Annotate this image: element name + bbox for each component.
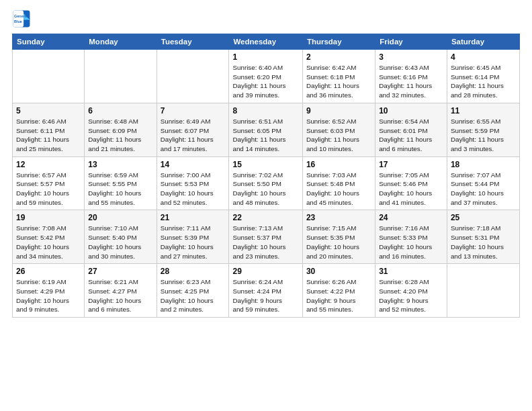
day-number: 18 [451, 160, 516, 169]
day-number: 26 [16, 267, 81, 276]
day-number: 4 [451, 52, 516, 62]
day-info: Sunrise: 6:51 AM Sunset: 6:05 PM Dayligh… [232, 117, 298, 154]
day-number: 8 [232, 106, 298, 116]
header: General Blue [12, 9, 520, 28]
day-info: Sunrise: 6:24 AM Sunset: 4:24 PM Dayligh… [232, 277, 298, 314]
weekday-header-row: SundayMondayTuesdayWednesdayThursdayFrid… [13, 34, 520, 50]
day-info: Sunrise: 6:59 AM Sunset: 5:55 PM Dayligh… [88, 171, 152, 208]
logo: General Blue [12, 9, 35, 28]
day-info: Sunrise: 7:10 AM Sunset: 5:40 PM Dayligh… [88, 224, 152, 261]
day-info: Sunrise: 6:46 AM Sunset: 6:11 PM Dayligh… [16, 117, 81, 154]
weekday-header-sunday: Sunday [13, 34, 85, 50]
day-info: Sunrise: 6:52 AM Sunset: 6:03 PM Dayligh… [306, 117, 371, 154]
day-number: 6 [88, 106, 152, 116]
day-number: 22 [232, 213, 298, 222]
day-number: 16 [306, 160, 371, 169]
day-info: Sunrise: 6:49 AM Sunset: 6:07 PM Dayligh… [161, 117, 226, 154]
weekday-header-tuesday: Tuesday [157, 34, 229, 50]
day-info: Sunrise: 6:23 AM Sunset: 4:25 PM Dayligh… [161, 277, 226, 314]
calendar-cell [157, 50, 229, 103]
day-info: Sunrise: 6:42 AM Sunset: 6:18 PM Dayligh… [306, 63, 371, 100]
calendar-cell: 6Sunrise: 6:48 AM Sunset: 6:09 PM Daylig… [85, 103, 157, 156]
weekday-header-wednesday: Wednesday [229, 34, 302, 50]
day-info: Sunrise: 6:54 AM Sunset: 6:01 PM Dayligh… [379, 117, 443, 154]
calendar-cell [13, 50, 85, 103]
calendar-cell: 3Sunrise: 6:43 AM Sunset: 6:16 PM Daylig… [375, 50, 447, 103]
day-number: 9 [306, 106, 371, 116]
calendar-cell: 27Sunrise: 6:21 AM Sunset: 4:27 PM Dayli… [85, 264, 157, 318]
svg-text:Blue: Blue [14, 19, 22, 24]
calendar-cell: 26Sunrise: 6:19 AM Sunset: 4:29 PM Dayli… [13, 264, 85, 318]
day-info: Sunrise: 7:02 AM Sunset: 5:50 PM Dayligh… [232, 171, 298, 208]
day-info: Sunrise: 6:28 AM Sunset: 4:20 PM Dayligh… [379, 277, 443, 314]
day-number: 31 [379, 267, 443, 276]
calendar-cell: 23Sunrise: 7:15 AM Sunset: 5:35 PM Dayli… [302, 210, 375, 264]
day-number: 21 [161, 213, 226, 222]
day-info: Sunrise: 6:55 AM Sunset: 5:59 PM Dayligh… [451, 117, 516, 154]
weekday-header-friday: Friday [375, 34, 447, 50]
calendar-cell: 15Sunrise: 7:02 AM Sunset: 5:50 PM Dayli… [229, 156, 302, 210]
day-info: Sunrise: 6:19 AM Sunset: 4:29 PM Dayligh… [16, 277, 81, 314]
calendar-week-row: 1Sunrise: 6:40 AM Sunset: 6:20 PM Daylig… [13, 50, 520, 103]
weekday-header-saturday: Saturday [447, 34, 519, 50]
calendar-cell: 17Sunrise: 7:05 AM Sunset: 5:46 PM Dayli… [375, 156, 447, 210]
day-info: Sunrise: 6:26 AM Sunset: 4:22 PM Dayligh… [306, 277, 371, 314]
calendar-cell: 10Sunrise: 6:54 AM Sunset: 6:01 PM Dayli… [375, 103, 447, 156]
svg-text:General: General [14, 14, 28, 18]
calendar-week-row: 5Sunrise: 6:46 AM Sunset: 6:11 PM Daylig… [13, 103, 520, 156]
day-info: Sunrise: 6:48 AM Sunset: 6:09 PM Dayligh… [88, 117, 152, 154]
day-info: Sunrise: 7:16 AM Sunset: 5:33 PM Dayligh… [379, 224, 443, 261]
day-info: Sunrise: 7:00 AM Sunset: 5:53 PM Dayligh… [161, 171, 226, 208]
day-info: Sunrise: 7:08 AM Sunset: 5:42 PM Dayligh… [16, 224, 81, 261]
day-info: Sunrise: 6:57 AM Sunset: 5:57 PM Dayligh… [16, 171, 81, 208]
day-number: 13 [88, 160, 152, 169]
calendar-cell: 8Sunrise: 6:51 AM Sunset: 6:05 PM Daylig… [229, 103, 302, 156]
day-info: Sunrise: 6:40 AM Sunset: 6:20 PM Dayligh… [232, 63, 298, 100]
day-number: 14 [161, 160, 226, 169]
calendar-cell: 2Sunrise: 6:42 AM Sunset: 6:18 PM Daylig… [302, 50, 375, 103]
day-info: Sunrise: 7:13 AM Sunset: 5:37 PM Dayligh… [232, 224, 298, 261]
calendar-cell: 7Sunrise: 6:49 AM Sunset: 6:07 PM Daylig… [157, 103, 229, 156]
day-info: Sunrise: 6:45 AM Sunset: 6:14 PM Dayligh… [451, 63, 516, 100]
day-number: 3 [379, 52, 443, 62]
calendar-cell: 4Sunrise: 6:45 AM Sunset: 6:14 PM Daylig… [447, 50, 519, 103]
day-info: Sunrise: 7:18 AM Sunset: 5:31 PM Dayligh… [451, 224, 516, 261]
calendar-cell [85, 50, 157, 103]
day-number: 29 [232, 267, 298, 276]
day-number: 24 [379, 213, 443, 222]
calendar-cell: 29Sunrise: 6:24 AM Sunset: 4:24 PM Dayli… [229, 264, 302, 318]
day-number: 7 [161, 106, 226, 116]
day-number: 25 [451, 213, 516, 222]
day-info: Sunrise: 6:43 AM Sunset: 6:16 PM Dayligh… [379, 63, 443, 100]
day-info: Sunrise: 7:05 AM Sunset: 5:46 PM Dayligh… [379, 171, 443, 208]
day-number: 12 [16, 160, 81, 169]
calendar-cell: 19Sunrise: 7:08 AM Sunset: 5:42 PM Dayli… [13, 210, 85, 264]
calendar-cell: 28Sunrise: 6:23 AM Sunset: 4:25 PM Dayli… [157, 264, 229, 318]
calendar-cell: 12Sunrise: 6:57 AM Sunset: 5:57 PM Dayli… [13, 156, 85, 210]
calendar-cell: 30Sunrise: 6:26 AM Sunset: 4:22 PM Dayli… [302, 264, 375, 318]
calendar-cell: 11Sunrise: 6:55 AM Sunset: 5:59 PM Dayli… [447, 103, 519, 156]
day-info: Sunrise: 7:11 AM Sunset: 5:39 PM Dayligh… [161, 224, 226, 261]
day-number: 15 [232, 160, 298, 169]
calendar-cell: 21Sunrise: 7:11 AM Sunset: 5:39 PM Dayli… [157, 210, 229, 264]
day-number: 2 [306, 52, 371, 62]
page: General Blue SundayMondayTuesdayWednesda… [0, 0, 532, 411]
calendar-cell: 18Sunrise: 7:07 AM Sunset: 5:44 PM Dayli… [447, 156, 519, 210]
calendar-cell: 1Sunrise: 6:40 AM Sunset: 6:20 PM Daylig… [229, 50, 302, 103]
day-info: Sunrise: 7:15 AM Sunset: 5:35 PM Dayligh… [306, 224, 371, 261]
day-info: Sunrise: 7:03 AM Sunset: 5:48 PM Dayligh… [306, 171, 371, 208]
day-number: 5 [16, 106, 81, 116]
calendar-cell: 20Sunrise: 7:10 AM Sunset: 5:40 PM Dayli… [85, 210, 157, 264]
calendar-cell: 25Sunrise: 7:18 AM Sunset: 5:31 PM Dayli… [447, 210, 519, 264]
calendar-table: SundayMondayTuesdayWednesdayThursdayFrid… [12, 34, 520, 318]
weekday-header-monday: Monday [85, 34, 157, 50]
day-number: 28 [161, 267, 226, 276]
day-number: 17 [379, 160, 443, 169]
day-info: Sunrise: 6:21 AM Sunset: 4:27 PM Dayligh… [88, 277, 152, 314]
calendar-cell: 16Sunrise: 7:03 AM Sunset: 5:48 PM Dayli… [302, 156, 375, 210]
day-info: Sunrise: 7:07 AM Sunset: 5:44 PM Dayligh… [451, 171, 516, 208]
calendar-week-row: 26Sunrise: 6:19 AM Sunset: 4:29 PM Dayli… [13, 264, 520, 318]
calendar-week-row: 12Sunrise: 6:57 AM Sunset: 5:57 PM Dayli… [13, 156, 520, 210]
calendar-cell: 31Sunrise: 6:28 AM Sunset: 4:20 PM Dayli… [375, 264, 447, 318]
day-number: 23 [306, 213, 371, 222]
